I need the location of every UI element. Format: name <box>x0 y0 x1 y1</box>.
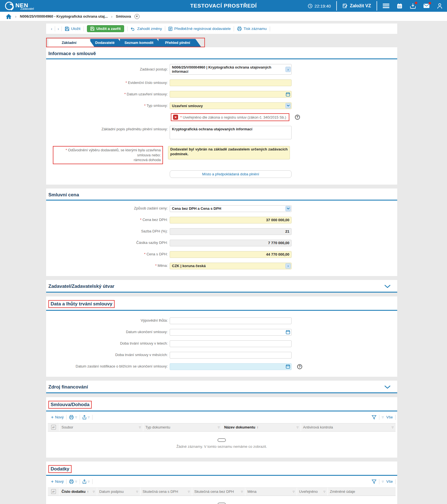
column-header-antivirova-kontrola[interactable]: Antivirová kontrola ▽ <box>301 423 396 431</box>
user-button[interactable] <box>437 3 443 9</box>
datepicker-calendar-icon[interactable] <box>285 364 290 369</box>
typ-smlouvy-select[interactable]: Uzavření smlouvy <box>170 102 292 109</box>
column-header-cislo-dodatku[interactable]: Číslo dodatku ↑ ▽ <box>60 488 97 496</box>
column-header-datum-podpisu[interactable]: Datum podpisu ▽ <box>97 488 141 496</box>
datum-notifikace-input[interactable] <box>170 363 292 370</box>
close-tab-icon[interactable]: ✕ <box>134 14 139 19</box>
column-header-skutecna-cena-s-dph[interactable]: Skutečná cena s DPH ▽ <box>141 488 192 496</box>
new-record-button[interactable]: + Nový <box>51 414 64 420</box>
section-title: Zadavatel/Zadavatelský útvar <box>48 284 114 289</box>
new-record-button[interactable]: + Nový <box>51 479 64 484</box>
open-procedure-arrow-icon[interactable]: › <box>285 67 291 72</box>
chevron-down-icon[interactable] <box>285 103 291 109</box>
dropdown-triangle-icon: ▽ <box>75 480 77 483</box>
downloads-button[interactable] <box>410 3 416 9</box>
column-header-soubor[interactable]: Soubor ▽ <box>60 423 143 431</box>
filter-triangle-icon[interactable]: ▽ <box>241 490 243 493</box>
save-button[interactable]: Uložit <box>65 27 81 31</box>
empty-tray-icon <box>217 503 226 504</box>
print-table-button[interactable]: ▽ <box>69 479 77 484</box>
plus-icon: + <box>51 414 54 420</box>
prev-record-button[interactable]: ‹ <box>51 26 52 31</box>
filter-funnel-icon[interactable] <box>372 479 377 484</box>
tab-seznam-komodit[interactable]: Seznam komodit <box>120 39 162 47</box>
column-header-zmenene-udaje[interactable]: Změněné údaje <box>328 488 396 496</box>
field-label: Cena s DPH: <box>46 252 170 257</box>
datum-uzavreni-input[interactable] <box>170 91 292 98</box>
breadcrumb-procedure[interactable]: N006/25/V00004960 - Kryptografická ochra… <box>20 14 108 18</box>
field-label: Zadávací postup: <box>46 67 170 72</box>
export-table-button[interactable]: ▽ <box>82 415 90 420</box>
oduvodneni-textarea[interactable]: Dodavatel byl vybrán na základě zadavate… <box>168 146 290 159</box>
filter-triangle-icon[interactable]: ▽ <box>297 426 299 429</box>
cena-s-dph-input[interactable]: 44 770 000,00 <box>170 251 292 258</box>
zpusob-zadani-ceny-select[interactable]: Cena bez DPH a Cena s DPH <box>170 205 292 212</box>
nen-logo[interactable]: NEN Zadavatel <box>5 2 34 10</box>
menu-button[interactable] <box>383 3 389 8</box>
field-label: Základní popis předmětu plnění smlouvy: <box>46 126 170 132</box>
column-header-nazev-dokumentu[interactable]: Název dokumentu ↑ ▽ <box>222 423 301 431</box>
section-title: Smlouva/Dohoda <box>48 401 92 409</box>
breadcrumb: › N006/25/V00004960 - Kryptografická och… <box>0 12 447 21</box>
field-label: Datum zaslání notifikace o blížícím se u… <box>46 364 170 369</box>
dropdown-triangle-icon[interactable]: ▽ <box>382 416 384 419</box>
zadavaci-postup-field[interactable]: N006/25/V00004960 | Kryptografická ochra… <box>170 64 292 75</box>
discard-changes-button[interactable]: Zahodit změny <box>131 27 162 31</box>
create-vz-button[interactable]: Založit VZ <box>342 3 371 9</box>
uverejneno-checkbox-group[interactable]: ✕ Uveřejněno dle zákona o registru smluv… <box>171 113 289 121</box>
expand-chevron-icon[interactable] <box>384 385 391 389</box>
vypovedni-lhuta-input[interactable] <box>170 317 292 324</box>
help-icon[interactable]: ? <box>297 364 302 369</box>
filter-triangle-icon[interactable]: ▽ <box>293 490 295 493</box>
open-mena-arrow-icon[interactable]: › <box>285 263 291 269</box>
filter-triangle-icon[interactable]: ▽ <box>218 426 220 429</box>
print-record-button[interactable]: Tisk záznamu <box>237 27 267 31</box>
export-table-button[interactable]: ▽ <box>82 479 90 484</box>
mena-field[interactable]: CZK | koruna česká <box>170 263 292 269</box>
doba-trvani-letech-input[interactable] <box>170 340 292 347</box>
cena-bez-dph-input[interactable]: 37 000 000,00 <box>170 217 292 223</box>
calendar-button[interactable] <box>397 3 403 9</box>
filter-triangle-icon[interactable]: ▽ <box>392 426 394 429</box>
misto-doba-plneni-button[interactable]: Místo a předpokládaná doba plnění <box>170 170 292 178</box>
table-toolbar: + Nový ▽ ▽ ▽ Vše <box>46 411 397 423</box>
show-all-link[interactable]: Vše <box>386 415 393 419</box>
field-label: Evidenční číslo smlouvy: <box>46 81 170 85</box>
column-header-uverejneno[interactable]: Uveřejněno ▽ <box>297 488 328 496</box>
filter-triangle-icon[interactable]: ▽ <box>136 490 138 493</box>
tab-dodavatele[interactable]: Dodavatelé <box>90 39 124 47</box>
filter-triangle-icon[interactable]: ▽ <box>93 490 95 493</box>
filter-triangle-icon[interactable]: ▽ <box>139 426 141 429</box>
show-all-link[interactable]: Vše <box>386 479 393 484</box>
datepicker-calendar-icon[interactable] <box>285 330 290 335</box>
help-icon[interactable]: ? <box>295 115 300 120</box>
doba-trvani-mesicich-input[interactable] <box>170 352 292 359</box>
tab-prehled-plneni[interactable]: Přehled plnění <box>159 39 201 47</box>
save-close-button[interactable]: Uložit a zavřít <box>87 25 124 32</box>
undo-icon <box>131 27 136 31</box>
field-label: Datum ukončení smlouvy: <box>46 330 170 335</box>
zakladni-popis-textarea[interactable]: Kryptografická ochrana utajovaných infor… <box>170 126 292 139</box>
print-table-button[interactable]: ▽ <box>69 415 77 420</box>
tab-zakladni-informace[interactable]: Základní informace <box>48 39 94 47</box>
field-label: Měna: <box>46 263 170 268</box>
expand-chevron-icon[interactable] <box>384 285 391 288</box>
column-header-mena[interactable]: Měna ▽ <box>245 488 297 496</box>
column-chooser-cell[interactable]: ⇄ <box>48 488 60 496</box>
messages-button[interactable] <box>423 3 430 8</box>
filter-triangle-icon[interactable]: ▽ <box>323 490 325 493</box>
filter-funnel-icon[interactable] <box>372 415 377 420</box>
filter-triangle-icon[interactable]: ▽ <box>188 490 190 493</box>
dropdown-triangle-icon[interactable]: ▽ <box>382 480 384 483</box>
evidencni-cislo-input[interactable] <box>170 79 292 86</box>
datum-ukonceni-input[interactable] <box>170 329 292 336</box>
breadcrumb-separator: › <box>111 14 112 19</box>
datepicker-calendar-icon[interactable] <box>285 92 290 97</box>
next-record-button[interactable]: › <box>58 26 59 31</box>
column-chooser-cell[interactable]: ⇄ <box>48 423 60 431</box>
home-icon[interactable] <box>6 14 12 19</box>
column-header-skutecna-cena-bez-dph[interactable]: Skutečná cena bez DPH ▽ <box>192 488 245 496</box>
chevron-down-icon[interactable] <box>285 206 291 211</box>
column-header-typ-dokumentu[interactable]: Typ dokumentu ▽ <box>143 423 222 431</box>
preregister-supplier-button[interactable]: Předběžně registrovat dodavatele <box>168 27 231 31</box>
